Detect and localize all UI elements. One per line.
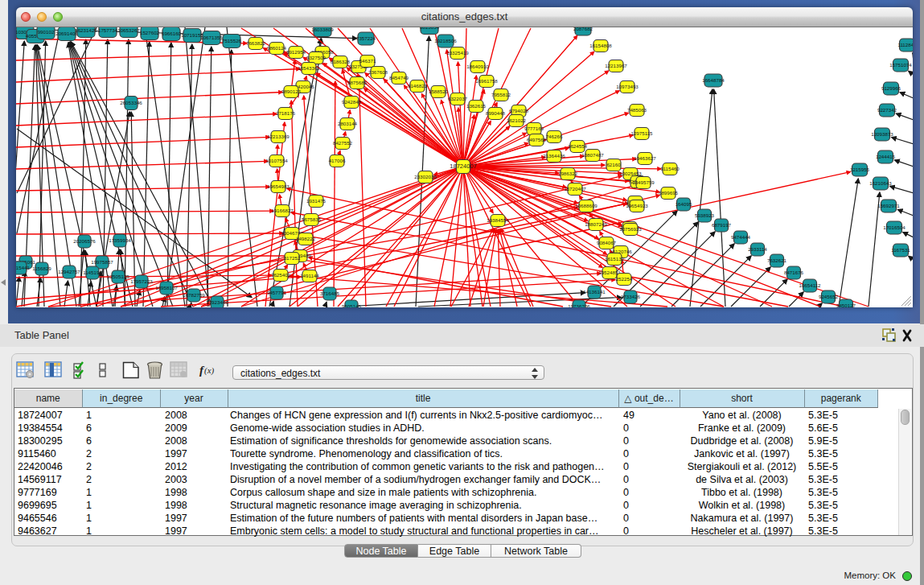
svg-text:1621022: 1621022	[507, 117, 527, 123]
svg-text:7357224: 7357224	[356, 35, 376, 41]
svg-text:23302035: 23302035	[414, 174, 437, 179]
svg-text:3498222: 3498222	[296, 236, 316, 241]
svg-text:8186328: 8186328	[331, 59, 351, 64]
svg-text:12923446: 12923446	[206, 299, 228, 305]
svg-text:26053346: 26053346	[120, 100, 142, 105]
svg-text:12213369: 12213369	[267, 134, 290, 139]
svg-text:15751074: 15751074	[889, 62, 912, 68]
svg-text:12213967: 12213967	[605, 63, 627, 68]
svg-text:8912954: 8912954	[286, 49, 306, 55]
svg-text:3624554: 3624554	[568, 143, 588, 149]
svg-text:1244415: 1244415	[876, 154, 896, 159]
svg-text:19975857: 19975857	[91, 259, 113, 265]
svg-text:1112843: 1112843	[897, 42, 913, 47]
svg-text:1931475: 1931475	[306, 198, 326, 204]
svg-text:7625402: 7625402	[271, 272, 291, 278]
svg-text:17359934: 17359934	[109, 237, 131, 243]
svg-text:6899695: 6899695	[659, 190, 679, 196]
svg-text:18807249: 18807249	[585, 221, 607, 227]
svg-text:7485063: 7485063	[627, 107, 647, 113]
svg-text:5675835: 5675835	[302, 216, 322, 222]
svg-text:17957223: 17957223	[130, 278, 153, 284]
svg-text:252254: 252254	[616, 276, 633, 282]
svg-text:317252: 317252	[284, 255, 301, 261]
svg-text:12505135: 12505135	[107, 274, 129, 279]
svg-text:9115460: 9115460	[660, 166, 680, 171]
svg-text:5938923: 5938923	[695, 212, 715, 218]
svg-text:16154808: 16154808	[589, 43, 612, 48]
svg-text:9327509: 9327509	[306, 55, 326, 60]
svg-text:1757734: 1757734	[98, 27, 118, 33]
svg-text:10807487: 10807487	[581, 152, 604, 158]
svg-text:7515526: 7515526	[222, 38, 242, 43]
svg-text:16033809: 16033809	[311, 27, 334, 32]
svg-text:16782759: 16782759	[183, 292, 205, 298]
svg-text:2367608: 2367608	[368, 69, 388, 75]
svg-text:9457791: 9457791	[267, 290, 287, 295]
svg-text:8471676: 8471676	[784, 270, 804, 275]
svg-text:6322037: 6322037	[448, 96, 468, 101]
svg-text:9129966: 9129966	[881, 85, 901, 91]
svg-text:6966160: 6966160	[162, 31, 182, 36]
svg-text:7632621: 7632621	[767, 257, 787, 263]
svg-text:1615132: 1615132	[605, 256, 625, 262]
svg-text:12942757: 12942757	[58, 269, 80, 274]
svg-text:164095: 164095	[676, 201, 692, 207]
svg-text:18640910: 18640910	[466, 64, 489, 69]
svg-text:1588520: 1588520	[429, 89, 449, 94]
svg-text:13325419: 13325419	[446, 50, 469, 56]
svg-text:990102: 990102	[38, 29, 55, 35]
svg-text:1156829: 1156829	[32, 266, 51, 271]
svg-text:10671355: 10671355	[200, 35, 223, 40]
svg-text:6497568: 6497568	[527, 137, 547, 142]
svg-text:3215955: 3215955	[850, 167, 870, 172]
svg-text:417006: 417006	[329, 158, 346, 163]
svg-text:19166827: 19166827	[271, 208, 294, 213]
svg-text:7663822: 7663822	[246, 40, 266, 46]
svg-text:17016504: 17016504	[883, 225, 906, 230]
svg-text:3716485: 3716485	[320, 290, 340, 296]
svg-text:19218506: 19218506	[434, 38, 457, 43]
svg-text:2803144: 2803144	[338, 121, 358, 126]
svg-text:2087682: 2087682	[573, 27, 593, 31]
svg-text:1167531: 1167531	[891, 247, 910, 253]
svg-text:10654112: 10654112	[799, 282, 821, 288]
svg-text:6794028: 6794028	[509, 108, 529, 113]
svg-text:10688609: 10688609	[575, 203, 598, 208]
svg-text:16210643: 16210643	[869, 180, 892, 186]
svg-text:7955812: 7955812	[491, 92, 511, 97]
svg-text:9890123: 9890123	[281, 89, 302, 94]
svg-text:6879197: 6879197	[712, 222, 732, 228]
svg-text:9450127: 9450127	[836, 303, 856, 307]
svg-text:3915441: 3915441	[16, 265, 31, 270]
svg-text:18724007: 18724007	[450, 163, 476, 170]
svg-text:21364436: 21364436	[543, 153, 565, 159]
svg-text:9227342: 9227342	[877, 107, 897, 113]
svg-text:1362615: 1362615	[466, 103, 487, 109]
svg-text:1491144: 1491144	[300, 273, 319, 278]
svg-text:16961758: 16961758	[475, 78, 498, 84]
svg-text:9777169: 9777169	[524, 126, 544, 131]
svg-text:10973493: 10973493	[616, 84, 639, 89]
svg-text:746266: 746266	[546, 134, 563, 139]
svg-text:5875685: 5875685	[347, 80, 368, 85]
svg-text:2718176: 2718176	[276, 110, 296, 116]
svg-text:16231429: 16231429	[75, 27, 97, 33]
svg-text:2933114: 2933114	[748, 246, 767, 252]
svg-text:19384554: 19384554	[487, 217, 509, 223]
svg-text:15720407: 15720407	[564, 186, 586, 192]
svg-text:8813054: 8813054	[420, 27, 440, 30]
svg-text:10653267: 10653267	[117, 27, 140, 33]
svg-text:14136141: 14136141	[583, 289, 606, 295]
svg-text:8990448: 8990448	[486, 110, 506, 116]
svg-text:9860124: 9860124	[267, 45, 287, 51]
svg-text:8427552: 8427552	[333, 140, 353, 146]
svg-text:1527602: 1527602	[140, 30, 160, 35]
svg-text:62160: 62160	[606, 162, 621, 167]
svg-text:546371: 546371	[359, 58, 376, 64]
svg-text:12093873: 12093873	[871, 131, 893, 137]
svg-text:16648784: 16648784	[702, 77, 725, 83]
svg-text:10107554: 10107554	[265, 158, 288, 163]
svg-text:19463627: 19463627	[634, 155, 656, 161]
svg-text:9146821: 9146821	[408, 83, 428, 89]
